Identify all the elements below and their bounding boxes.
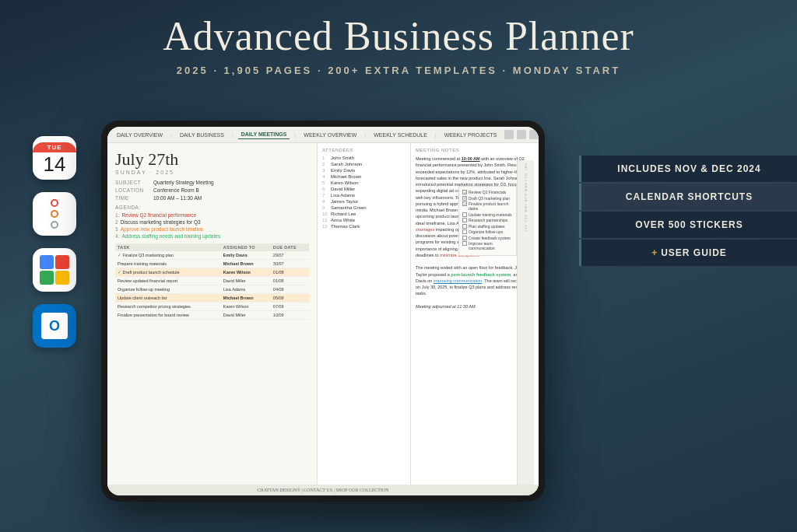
time-row: TIME 10:00 AM – 11:30 AM xyxy=(115,195,309,201)
attendee-name-4: Michael Brown xyxy=(331,174,361,179)
badge-calendar-shortcuts: CALENDAR SHORTCUTS xyxy=(579,184,797,210)
due-col-header: DUE DATE xyxy=(271,243,309,251)
checklist-label-2: Draft Q3 marketing plan xyxy=(469,196,510,201)
sidebar-label-2: FEB xyxy=(524,173,528,181)
sidebar-label-3: MAR xyxy=(524,182,528,191)
checklist-item-4: Update training materials xyxy=(462,212,513,217)
agenda-num-4: 4. xyxy=(115,233,119,239)
attendee-name-12: Thomas Clark xyxy=(331,224,360,229)
agenda-text-2: Discuss marketing strategies for Q3 xyxy=(121,219,201,225)
left-panel: July 27th SUNDAY · 2025 SUBJECT Quarterl… xyxy=(107,143,318,495)
subject-row: SUBJECT Quarterly Strategy Meeting xyxy=(115,180,309,185)
attendee-name-1: John Smith xyxy=(331,156,354,160)
sidebar-column: JAN FEB MAR APR MAY JUN JUL xyxy=(517,160,534,490)
checklist-label-6: Plan staffing updates xyxy=(469,224,505,229)
feedback-highlight: post-launch feedback system xyxy=(451,272,511,277)
calendar-day-num: 14 xyxy=(44,152,66,174)
checklist-label-4: Update training materials xyxy=(469,212,512,217)
due-cell: 10/09 xyxy=(271,311,309,320)
checklist-overlay: ✓ Review Q2 Financials ✓ Draft Q3 market… xyxy=(458,186,517,256)
check-icon: ✓ xyxy=(118,270,121,275)
google-calendar-app-icon[interactable] xyxy=(33,248,76,292)
nav-weekly-overview[interactable]: WEEKLY OVERVIEW xyxy=(300,131,360,139)
badge-user-guide: + USER GUIDE xyxy=(579,240,797,266)
bottom-toolbar: CHATTAN DESIGN® | CONTACT US | SHOP OUR … xyxy=(107,485,539,495)
header-section: Advanced Business Planner 2025 · 1,905 P… xyxy=(0,14,797,76)
attendees-label: ATTENDEES xyxy=(322,148,406,152)
gcal-grid xyxy=(37,253,72,287)
nav-icon-3[interactable] xyxy=(529,130,539,139)
meeting-day: SUNDAY · 2025 xyxy=(115,170,309,175)
task-cell: ✓ Finalize Q3 marketing plan xyxy=(115,251,221,260)
attendee-3: 3Emily Davis xyxy=(322,168,406,173)
communication-highlight: improving communication xyxy=(434,278,482,283)
calendar-app-icon[interactable]: TUE 14 xyxy=(33,136,76,180)
nav-weekly-projects[interactable]: WEEKLY PROJECTS xyxy=(441,131,500,139)
agenda-text-4: Address staffing needs and training upda… xyxy=(121,233,220,239)
table-row: Organize follow-up meeting Lisa Adams 04… xyxy=(115,285,309,294)
checkbox-8 xyxy=(462,236,467,240)
agenda-1: 1. Review Q2 financial performance xyxy=(115,212,309,218)
checklist-label-1: Review Q2 Financials xyxy=(469,190,506,194)
reminder-dot-gray xyxy=(51,221,58,229)
attendee-8: 8James Taylor xyxy=(322,199,406,204)
due-cell: 29/07 xyxy=(271,251,309,260)
checkbox-1: ✓ xyxy=(462,190,467,194)
badge-nov-dec: INCLUDES NOV & DEC 2024 xyxy=(579,156,797,182)
reminders-dots xyxy=(47,196,61,232)
time-label: TIME xyxy=(115,195,150,201)
attendee-name-7: Lisa Adams xyxy=(331,193,355,198)
nav-daily-business[interactable]: DAILY BUSINESS xyxy=(177,131,227,139)
location-label: LOCATION xyxy=(115,187,150,193)
attendee-7: 7Lisa Adams xyxy=(322,193,406,198)
table-row: Update client outreach list Michael Brow… xyxy=(115,294,309,303)
assigned-cell: Lisa Adams xyxy=(221,285,271,294)
notes-label: MEETING NOTES xyxy=(416,148,534,152)
sidebar-label-7: JUL xyxy=(524,224,528,232)
sidebar-label-4: APR xyxy=(524,193,528,201)
due-cell: 04/09 xyxy=(271,285,309,294)
time-highlight-1: 10:00 AM xyxy=(462,156,480,161)
nav-weekly-schedule[interactable]: WEEKLY SCHEDULE xyxy=(370,131,430,139)
subject-label: SUBJECT xyxy=(115,180,150,185)
attendee-2: 2Sarah Johnson xyxy=(322,162,406,166)
task-cell: Update client outreach list xyxy=(115,294,221,303)
attendee-name-10: Richard Lee xyxy=(331,212,356,216)
outlook-letter: O xyxy=(41,313,68,339)
outlook-app-icon[interactable]: O xyxy=(33,304,76,348)
attendee-11: 11Anna White xyxy=(322,218,406,222)
checklist-label-5: Research partnerships xyxy=(469,218,507,222)
attendee-name-8: James Taylor xyxy=(331,199,358,204)
attendee-name-9: Samantha Green xyxy=(331,205,367,210)
gcal-blue-quad xyxy=(40,255,54,269)
table-row: Finalize presentation for board review D… xyxy=(115,311,309,320)
sidebar-label-1: JAN xyxy=(524,163,528,171)
assigned-cell: Karen Wilson xyxy=(221,303,271,311)
check-icon: ✓ xyxy=(118,253,121,257)
task-col-header: TASK xyxy=(115,243,221,251)
badge-text-1: INCLUDES NOV & DEC 2024 xyxy=(617,163,760,174)
right-badges-column: INCLUDES NOV & DEC 2024 CALENDAR SHORTCU… xyxy=(579,156,797,266)
checklist-label-3: Finalize product launch dates xyxy=(469,201,513,211)
agenda-3: 3 Approve new product launch timeline xyxy=(115,226,309,232)
nav-icon-2[interactable] xyxy=(517,130,526,139)
reminders-app-icon[interactable] xyxy=(33,192,76,236)
tablet-screen: DAILY OVERVIEW | DAILY BUSINESS | DAILY … xyxy=(107,127,539,495)
nav-daily-overview[interactable]: DAILY OVERVIEW xyxy=(114,131,166,139)
nav-daily-meetings[interactable]: DAILY MEETINGS xyxy=(238,130,290,139)
task-table: TASK ASSIGNED TO DUE DATE ✓ Finalize Q3 … xyxy=(115,243,309,320)
attendee-name-2: Sarah Johnson xyxy=(331,162,362,166)
checkbox-5 xyxy=(462,218,467,222)
checklist-label-8: Create feedback system xyxy=(469,236,511,240)
checklist-item-6: Plan staffing updates xyxy=(462,224,513,229)
nav-bar: DAILY OVERVIEW | DAILY BUSINESS | DAILY … xyxy=(107,127,539,143)
calendar-day-abbr: TUE xyxy=(33,142,76,152)
checklist-item-9: Improve team communication xyxy=(462,241,513,250)
agenda-2: 2 Discuss marketing strategies for Q3 xyxy=(115,219,309,225)
nav-icon-1[interactable] xyxy=(504,130,514,139)
task-cell: Prepare training materials xyxy=(115,260,221,268)
attendee-10: 10Richard Lee xyxy=(322,212,406,216)
app-icons-column: TUE 14 O xyxy=(33,136,76,348)
checkbox-2: ✓ xyxy=(462,196,467,201)
sidebar-label-6: JUN xyxy=(524,214,528,222)
